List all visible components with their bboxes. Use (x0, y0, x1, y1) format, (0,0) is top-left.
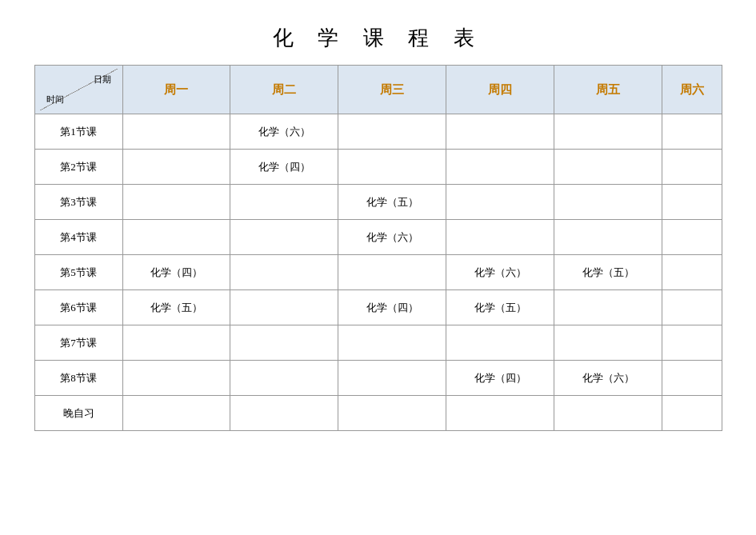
table-row: 第1节课化学（六） (34, 114, 722, 150)
cell-2-4 (554, 185, 662, 220)
cell-7-2 (338, 361, 446, 396)
page-title: 化 学 课 程 表 (34, 24, 722, 52)
cell-1-4 (554, 150, 662, 185)
cell-4-0: 化学（四） (122, 255, 230, 290)
cell-7-3: 化学（四） (446, 361, 554, 396)
cell-1-5 (662, 150, 722, 185)
time-text: 时间 (46, 94, 64, 106)
cell-8-4 (554, 396, 662, 431)
cell-3-2: 化学（六） (338, 220, 446, 255)
cell-0-4 (554, 114, 662, 150)
table-row: 第4节课化学（六） (34, 220, 722, 255)
header-thursday: 周四 (446, 66, 554, 114)
cell-4-2 (338, 255, 446, 290)
row-label-2: 第3节课 (34, 185, 122, 220)
cell-0-0 (122, 114, 230, 150)
schedule-table: 时间 日期 周一 周二 周三 周四 周五 周六 第1节课化学（六）第2节课化学（… (34, 65, 722, 431)
time-date-header: 时间 日期 (34, 66, 122, 114)
cell-3-4 (554, 220, 662, 255)
cell-0-3 (446, 114, 554, 150)
cell-7-4: 化学（六） (554, 361, 662, 396)
cell-8-1 (230, 396, 338, 431)
cell-3-0 (122, 220, 230, 255)
cell-6-4 (554, 325, 662, 361)
row-label-4: 第5节课 (34, 255, 122, 290)
cell-6-3 (446, 325, 554, 361)
table-row: 第7节课 (34, 325, 722, 361)
cell-6-0 (122, 325, 230, 361)
cell-8-5 (662, 396, 722, 431)
cell-8-2 (338, 396, 446, 431)
cell-1-3 (446, 150, 554, 185)
cell-4-5 (662, 255, 722, 290)
cell-0-1: 化学（六） (230, 114, 338, 150)
cell-5-2: 化学（四） (338, 290, 446, 325)
table-row: 晚自习 (34, 396, 722, 431)
cell-4-1 (230, 255, 338, 290)
row-label-3: 第4节课 (34, 220, 122, 255)
cell-4-4: 化学（五） (554, 255, 662, 290)
cell-2-5 (662, 185, 722, 220)
cell-5-4 (554, 290, 662, 325)
row-label-8: 晚自习 (34, 396, 122, 431)
table-row: 第8节课化学（四）化学（六） (34, 361, 722, 396)
cell-6-5 (662, 325, 722, 361)
cell-6-1 (230, 325, 338, 361)
date-text: 日期 (94, 74, 111, 86)
row-label-7: 第8节课 (34, 361, 122, 396)
header-wednesday: 周三 (338, 66, 446, 114)
table-row: 第2节课化学（四） (34, 150, 722, 185)
cell-5-3: 化学（五） (446, 290, 554, 325)
page-container: 化 学 课 程 表 时间 日期 周一 周二 周三 周四 周五 周六 第1节课化学… (34, 24, 722, 431)
cell-2-0 (122, 185, 230, 220)
cell-3-1 (230, 220, 338, 255)
table-row: 第5节课化学（四）化学（六）化学（五） (34, 255, 722, 290)
cell-0-5 (662, 114, 722, 150)
row-label-1: 第2节课 (34, 150, 122, 185)
cell-1-2 (338, 150, 446, 185)
cell-7-1 (230, 361, 338, 396)
cell-2-2: 化学（五） (338, 185, 446, 220)
table-row: 第6节课化学（五）化学（四）化学（五） (34, 290, 722, 325)
header-monday: 周一 (122, 66, 230, 114)
cell-6-2 (338, 325, 446, 361)
row-label-0: 第1节课 (34, 114, 122, 150)
row-label-6: 第7节课 (34, 325, 122, 361)
cell-1-1: 化学（四） (230, 150, 338, 185)
cell-4-3: 化学（六） (446, 255, 554, 290)
cell-0-2 (338, 114, 446, 150)
cell-5-5 (662, 290, 722, 325)
cell-5-0: 化学（五） (122, 290, 230, 325)
table-row: 第3节课化学（五） (34, 185, 722, 220)
header-friday: 周五 (554, 66, 662, 114)
row-label-5: 第6节课 (34, 290, 122, 325)
cell-3-5 (662, 220, 722, 255)
cell-1-0 (122, 150, 230, 185)
cell-7-0 (122, 361, 230, 396)
cell-8-3 (446, 396, 554, 431)
header-tuesday: 周二 (230, 66, 338, 114)
cell-7-5 (662, 361, 722, 396)
cell-8-0 (122, 396, 230, 431)
cell-5-1 (230, 290, 338, 325)
header-row: 时间 日期 周一 周二 周三 周四 周五 周六 (34, 66, 722, 114)
cell-2-3 (446, 185, 554, 220)
cell-3-3 (446, 220, 554, 255)
header-saturday: 周六 (662, 66, 722, 114)
cell-2-1 (230, 185, 338, 220)
